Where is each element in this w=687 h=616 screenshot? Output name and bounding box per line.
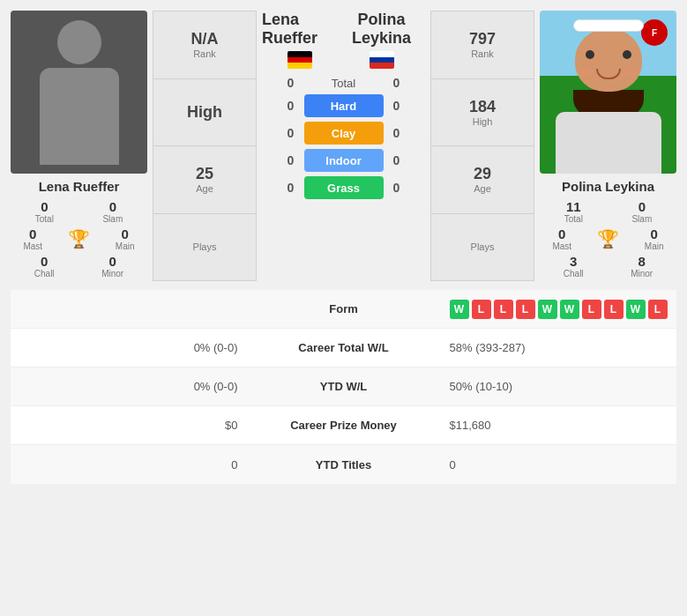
left-age-row: 25 Age — [153, 146, 256, 214]
left-main-stat: 0 Main — [116, 226, 135, 251]
ytd-wl-left: 0% (0-0) — [11, 380, 256, 393]
form-badge-w: W — [560, 300, 579, 319]
titles-right: 0 — [432, 458, 677, 471]
page-container: Lena Rueffer 0 Total 0 Slam 0 Ma — [0, 0, 687, 484]
right-player-column: F — [540, 11, 676, 281]
right-player-photo: F — [540, 11, 676, 174]
career-wl-left: 0% (0-0) — [11, 341, 256, 354]
indoor-badge: Indoor — [304, 149, 384, 172]
right-rank-row: 797 Rank — [431, 11, 534, 79]
right-slam-stat: 0 Slam — [631, 199, 652, 224]
right-stats-block: 11 Total 0 Slam 0 Mast 🏆 0 — [540, 199, 676, 281]
ytd-wl-row: 0% (0-0) YTD W/L 50% (10-10) — [11, 367, 676, 406]
right-chall-stat: 3 Chall — [564, 254, 584, 278]
left-slam-stat: 0 Slam — [102, 199, 123, 224]
career-wl-row: 0% (0-0) Career Total W/L 58% (393-287) — [11, 329, 676, 367]
left-side-stats: N/A Rank High 25 Age Plays — [153, 11, 257, 281]
ytd-wl-label: YTD W/L — [256, 380, 432, 393]
left-plays-row: Plays — [153, 214, 256, 281]
left-mast-stat: 0 Mast — [23, 226, 42, 251]
form-badges: WLLLWWLLWL — [450, 300, 677, 319]
form-badge-w: W — [538, 300, 557, 319]
prize-right: $11,680 — [432, 419, 677, 432]
hard-row: 0 Hard 0 — [262, 94, 425, 117]
form-badge-l: L — [516, 300, 535, 319]
career-wl-label: Career Total W/L — [256, 341, 432, 354]
prize-left: $0 — [11, 419, 256, 432]
form-badges-container: WLLLWWLLWL — [432, 300, 677, 319]
total-label: Total — [304, 77, 384, 90]
form-badge-w: W — [450, 300, 469, 319]
right-name-flag: Polina Leykina — [338, 11, 425, 69]
left-player-name: Lena Rueffer — [39, 179, 120, 194]
total-score-row: 0 Total 0 — [262, 76, 425, 90]
right-side-stats: 797 Rank 184 High 29 Age Plays — [430, 11, 534, 281]
name-flags-row: Lena Rueffer Polina Leykina — [262, 11, 425, 69]
left-trophy-icon: 🏆 — [68, 226, 90, 251]
indoor-row: 0 Indoor 0 — [262, 149, 425, 172]
left-total-stat: 0 Total — [35, 199, 54, 224]
left-stats-block: 0 Total 0 Slam 0 Mast 🏆 0 — [11, 199, 147, 281]
form-badge-l: L — [648, 300, 668, 319]
right-main-stat: 0 Main — [645, 226, 664, 251]
form-badge-l: L — [472, 300, 491, 319]
right-plays-row: Plays — [431, 214, 534, 281]
russia-flag — [370, 51, 394, 69]
career-wl-right: 58% (393-287) — [432, 341, 677, 354]
right-minor-stat: 8 Minor — [631, 254, 653, 278]
titles-left: 0 — [11, 458, 256, 471]
right-trophy-icon: 🏆 — [597, 226, 619, 251]
right-player-name: Polina Leykina — [562, 179, 654, 194]
form-badge-w: W — [626, 300, 646, 319]
right-total-stat: 11 Total — [564, 199, 583, 224]
hard-badge: Hard — [304, 94, 384, 117]
ytd-wl-right: 50% (10-10) — [432, 380, 677, 393]
form-badge-l: L — [604, 300, 624, 319]
titles-label: YTD Titles — [256, 458, 432, 471]
right-age-row: 29 Age — [431, 146, 534, 214]
main-layout: Lena Rueffer 0 Total 0 Slam 0 Ma — [0, 0, 687, 281]
grass-row: 0 Grass 0 — [262, 176, 425, 199]
left-minor-stat: 0 Minor — [101, 254, 123, 278]
right-mast-stat: 0 Mast — [552, 226, 571, 251]
grass-badge: Grass — [304, 176, 384, 199]
right-high-row: 184 High — [431, 79, 534, 147]
germany-flag — [287, 51, 312, 69]
prize-money-row: $0 Career Prize Money $11,680 — [11, 406, 676, 445]
center-column: Lena Rueffer Polina Leykina 0 Total 0 0 … — [262, 11, 425, 281]
form-row: Form WLLLWWLLWL — [11, 290, 676, 329]
left-rank-row: N/A Rank — [153, 11, 256, 79]
form-badge-l: L — [582, 300, 601, 319]
form-badge-l: L — [494, 300, 513, 319]
form-label: Form — [256, 302, 432, 315]
left-player-column: Lena Rueffer 0 Total 0 Slam 0 Ma — [11, 11, 147, 281]
left-chall-stat: 0 Chall — [34, 254, 55, 278]
clay-badge: Clay — [304, 122, 384, 145]
left-name-flag: Lena Rueffer — [262, 11, 338, 69]
clay-row: 0 Clay 0 — [262, 122, 425, 145]
bottom-section: Form WLLLWWLLWL 0% (0-0) Career Total W/… — [11, 290, 676, 484]
fila-logo: F — [641, 19, 668, 46]
left-high-row: High — [153, 79, 256, 147]
prize-label: Career Prize Money — [256, 419, 432, 432]
left-player-photo — [11, 11, 147, 174]
ytd-titles-row: 0 YTD Titles 0 — [11, 445, 676, 484]
